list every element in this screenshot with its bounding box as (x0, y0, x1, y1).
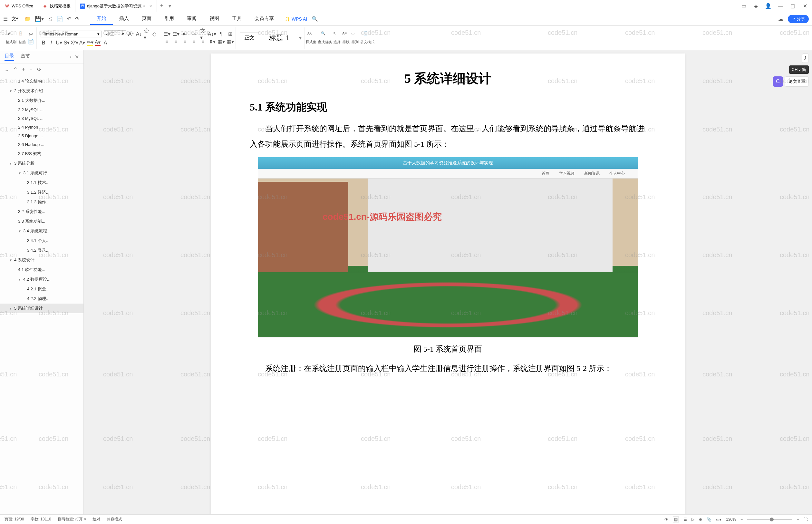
toc-item[interactable]: 4.2.1 概念... (0, 284, 83, 294)
minimize-icon[interactable]: — (777, 3, 784, 9)
sort-button[interactable]: ▭ 排列 (351, 31, 359, 45)
chevron-down-icon[interactable]: ▼ (9, 162, 13, 165)
zoom-value[interactable]: 130% (726, 517, 736, 522)
font-color-icon[interactable]: A▾ (95, 40, 101, 46)
tabs-icon[interactable]: ⊞ (227, 31, 233, 37)
toc-item[interactable]: 3.4.2 登录... (0, 246, 83, 255)
phonetic-icon[interactable]: 变▾ (144, 31, 150, 37)
loop-icon[interactable]: ⟳ (37, 66, 41, 72)
decrease-indent-icon[interactable]: ⇤ (182, 31, 188, 37)
collapse-panel-icon[interactable]: ⤴ (802, 53, 809, 63)
align-right-icon[interactable]: ≡ (182, 39, 188, 45)
bold-icon[interactable]: B (40, 40, 46, 46)
toc-item[interactable]: ▼3.1 系统可行... (0, 168, 83, 178)
remove-icon[interactable]: − (29, 66, 32, 72)
paper-review-label[interactable]: 论文查重 (785, 76, 809, 87)
zoom-out-icon[interactable]: − (741, 517, 743, 522)
tab-dropdown-icon[interactable]: ▾ (168, 3, 171, 9)
sidebar-tab-toc[interactable]: 目录 (4, 53, 14, 61)
paste-button[interactable]: 📋 粘贴 (18, 31, 26, 45)
tab-menu-icon[interactable]: ▫ (144, 3, 145, 9)
view-outline-icon[interactable]: ☰ (683, 517, 687, 522)
style-normal[interactable]: 正文 (240, 33, 259, 43)
tab-reference[interactable]: 引用 (158, 13, 180, 25)
style-heading1[interactable]: 标题 1 (261, 29, 297, 47)
toc-item[interactable]: 2.4 Python ... (0, 123, 83, 131)
align-left-icon[interactable]: ≡ (164, 39, 170, 45)
doc-mode-button[interactable]: 📄 公文模式 (360, 31, 375, 45)
maximize-icon[interactable]: ▢ (790, 3, 796, 9)
copy-icon[interactable]: 📄 (28, 39, 34, 45)
attachment-icon[interactable]: 📎 (707, 517, 711, 522)
document-area[interactable]: 5 系统详细设计 5.1 系统功能实现 当人们打开系统的网址后，首先看到的就是首… (84, 50, 812, 514)
strikethrough-icon[interactable]: S▾ (64, 40, 70, 46)
proofread[interactable]: 校对 (93, 517, 100, 522)
clear-format-icon[interactable]: ◇ (151, 31, 157, 37)
bullets-icon[interactable]: ☰▾ (164, 31, 170, 37)
view-web-icon[interactable]: ⊕ (699, 517, 702, 522)
toc-item[interactable]: 3.1.3 操作... (0, 197, 83, 207)
shading-icon[interactable]: ▦▾ (218, 39, 224, 45)
tab-start[interactable]: 开始 (90, 13, 113, 25)
add-tab-button[interactable]: + (157, 3, 167, 9)
find-replace-button[interactable]: 🔍 查找替换 (318, 31, 332, 45)
toc-item[interactable]: 3.1.2 经济... (0, 187, 83, 197)
tab-templates[interactable]: ◆ 找稻壳模板 (38, 0, 76, 12)
toc-item[interactable]: 1.4 论文结构 (0, 76, 83, 86)
decrease-font-icon[interactable]: A↓ (136, 31, 142, 37)
avatar-icon[interactable]: 👤 (765, 3, 772, 9)
toc-item[interactable]: ▼2 开发技术介绍 (0, 86, 83, 96)
search-icon[interactable]: 🔍 (312, 16, 318, 22)
collapse-up-icon[interactable]: ⌃ (13, 66, 17, 72)
zoom-in-icon[interactable]: + (797, 517, 799, 522)
toc-item[interactable]: 2.6 Hadoop ... (0, 140, 83, 149)
chevron-down-icon[interactable]: ▼ (18, 229, 22, 233)
toc-item[interactable]: 3.1.1 技术... (0, 178, 83, 187)
toc-item[interactable]: ▼5 系统详细设计 (0, 304, 83, 313)
toc-item[interactable]: 4.1 软件功能... (0, 265, 83, 275)
text-direction-icon[interactable]: 文▾ (200, 31, 206, 37)
increase-font-icon[interactable]: A↑ (128, 31, 134, 37)
sort-icon[interactable]: A↕▾ (209, 31, 215, 37)
print-preview-icon[interactable]: 📄 (57, 16, 63, 22)
distribute-icon[interactable]: ≡ (200, 39, 206, 45)
align-center-icon[interactable]: ≡ (173, 39, 179, 45)
tab-insert[interactable]: 插入 (113, 13, 135, 25)
line-spacing-icon[interactable]: ⇕▾ (209, 39, 215, 45)
toc-item[interactable]: 3.4.1 个人... (0, 236, 83, 246)
undo-icon[interactable]: ↶ (67, 16, 71, 22)
chevron-down-icon[interactable]: ▼ (9, 89, 13, 93)
tab-review[interactable]: 审阅 (180, 13, 203, 25)
toc-item[interactable]: 2.2 MySQL ... (0, 105, 83, 114)
toc-item[interactable]: 4.2.2 物理... (0, 294, 83, 304)
show-marks-icon[interactable]: ¶ (218, 31, 224, 37)
tab-view[interactable]: 视图 (203, 13, 226, 25)
italic-icon[interactable]: I (48, 40, 54, 46)
fullscreen-icon[interactable]: ⛶ (803, 517, 808, 522)
toc-item[interactable]: 2.3 MySQL ... (0, 114, 83, 123)
spell-check[interactable]: 拼写检查: 打开 ▾ (58, 517, 86, 522)
chevron-down-icon[interactable]: ▼ (9, 259, 13, 262)
style-dropdown-icon[interactable]: ▾ (299, 35, 302, 41)
chevron-down-icon[interactable]: ▼ (18, 171, 22, 175)
view-read-icon[interactable]: ▷ (692, 517, 694, 522)
share-button[interactable]: ↗ 分享 (788, 15, 809, 23)
text-effect-icon[interactable]: A▾ (79, 40, 85, 46)
font-size-select[interactable]: 小二▾ (104, 30, 126, 38)
superscript-icon[interactable]: X²▾ (71, 40, 77, 46)
char-shading-icon[interactable]: A (102, 40, 108, 46)
hamburger-icon[interactable]: ☰ (3, 16, 8, 22)
borders-icon[interactable]: ▦▾ (227, 39, 233, 45)
settings-icon[interactable]: ▭▾ (716, 517, 722, 522)
arrange-button[interactable]: A≡ 排版 (342, 31, 350, 45)
page-status[interactable]: 页面: 19/30 (4, 517, 24, 522)
cloud-icon[interactable]: ☁ (778, 16, 783, 22)
tab-page[interactable]: 页面 (135, 13, 158, 25)
styles-button[interactable]: Aᴀ 样式集 (306, 31, 316, 45)
toc-item[interactable]: ▼4 系统设计 (0, 255, 83, 265)
compat-mode[interactable]: 兼容模式 (107, 517, 122, 522)
save-icon[interactable]: 💾▾ (35, 16, 44, 22)
close-icon[interactable]: × (150, 3, 152, 9)
increase-indent-icon[interactable]: ⇥ (191, 31, 197, 37)
highlight-icon[interactable]: ✏▾ (87, 40, 93, 46)
